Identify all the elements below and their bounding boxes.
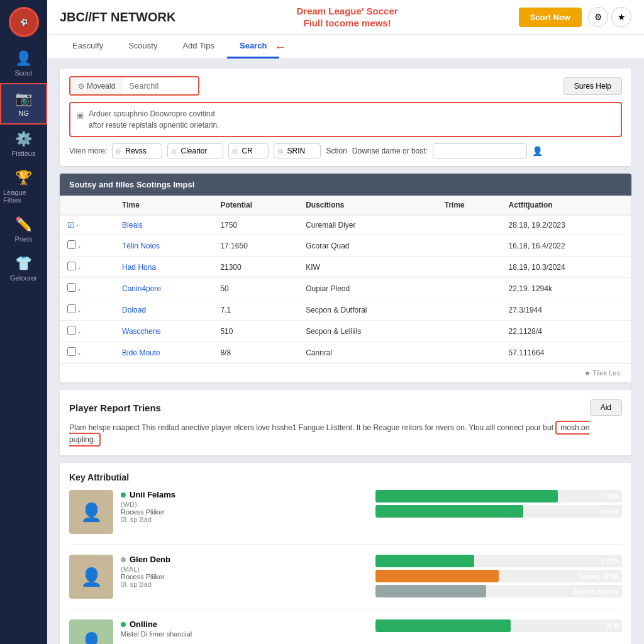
tab-search[interactable]: Search (227, 35, 279, 58)
player-report-header: Player Report Triens Aid (69, 399, 622, 416)
row-name-link[interactable]: Canin4pore (122, 284, 161, 293)
aid-button[interactable]: Aid (590, 399, 622, 416)
row-name-cell: Canin4pore (114, 278, 213, 299)
row-checkbox-cell: ▪ (60, 299, 114, 321)
player-bars: 0.51%Suveny W3IKSlonce; Noflifly (375, 555, 623, 597)
player-status-dot (121, 557, 126, 562)
table-row: ▪ Télin Noios 17:1650 Gcorar Quad 16,18,… (60, 235, 631, 257)
player-extra: 0l. sp Bad (121, 516, 368, 523)
col-checkbox (60, 196, 114, 215)
star-icon-button[interactable]: ★ (611, 7, 631, 27)
progress-bar-wrap: Slonce; Noflifly (375, 585, 623, 597)
content-area: ⊙ Moveald Sures Help ▣ Arduer spsuphnio … (47, 59, 644, 644)
row-trime-cell (437, 215, 501, 235)
filter-label: Moveald (87, 82, 115, 91)
col-actfitjuation: Actfitjuation (501, 196, 631, 215)
filter-revss-select[interactable]: Revss (112, 143, 162, 158)
row-checkbox[interactable] (67, 326, 76, 335)
scouting-table-header: Soutsy and filles Scotings Impsl (60, 174, 631, 196)
row-name-link[interactable]: Wascchens (122, 327, 161, 336)
col-duscitions: Duscitions (298, 196, 437, 215)
filter-cr-select[interactable]: CR (228, 143, 269, 158)
row-checkbox[interactable] (67, 262, 76, 270)
sidebar-item-scout[interactable]: 👤Scout (0, 44, 47, 83)
row-checkbox-cell: ▪ (60, 342, 114, 364)
progress-bar-fill (375, 585, 487, 597)
row-name-link[interactable]: Télin Noios (122, 242, 160, 250)
player-name: Glen Denb (130, 555, 170, 564)
row-trime-cell (437, 342, 501, 364)
progress-bar-fill (375, 570, 499, 582)
promo-line2: Fiull tocome mews! (297, 17, 398, 30)
header-title: JBC//FT NETWORK (60, 10, 175, 25)
row-name-link[interactable]: Doload (122, 306, 146, 314)
player-report-title: Player Report Triens (69, 402, 161, 413)
promo-block: Dream League' Soccer Fiull tocome mews! (297, 5, 398, 30)
row-trime-cell (437, 321, 501, 342)
player-name-row: Onlline (121, 619, 368, 629)
description-line2: aftor resute repistals opnentic orietari… (89, 119, 219, 131)
row-name-link[interactable]: Had Hona (122, 263, 156, 272)
sidebar-item-getourer[interactable]: 👕Getourer (0, 249, 47, 288)
search-input-group: ⊙ Moveald (69, 76, 199, 96)
row-duscitions-cell: Curemall Diyer (298, 215, 437, 235)
table-row: ▪ Had Hona 21300 KIW 18,19, 10.3/2024 (60, 257, 631, 278)
row-name-cell: Bleals (114, 215, 213, 235)
search-input[interactable] (123, 77, 198, 94)
row-small-icon: ▪ (78, 286, 80, 293)
tab-add-tips[interactable]: Add Tips (170, 35, 227, 58)
row-checkbox[interactable] (67, 240, 76, 249)
player-extra: 0l. sp Bad (121, 580, 368, 588)
row-small-icon: ▪ (78, 265, 80, 272)
search-filter-button[interactable]: ⊙ Moveald (70, 77, 123, 94)
league-filties-icon: 🏆 (15, 170, 32, 186)
filter-srin-wrap: SRIN (274, 143, 321, 158)
table-row: ▪ Bide Moute 8/8 Cannral 57.111664 (60, 342, 631, 364)
search-row: ⊙ Moveald Sures Help (69, 76, 622, 96)
row-name-link[interactable]: Bide Moute (122, 348, 160, 357)
sidebar-item-fistious[interactable]: ⚙️Fistious (0, 125, 47, 164)
tab-easculfy[interactable]: Easculfy (60, 35, 116, 58)
progress-bar-fill (375, 490, 558, 502)
player-avatar: 👤 (69, 490, 113, 534)
progress-bar-label: 7.42% (601, 493, 619, 500)
ng-label: NG (18, 109, 29, 117)
row-checkbox[interactable] (67, 304, 76, 313)
row-name-cell: Doload (114, 299, 213, 321)
player-card: 👤 Onlline Mistel Di fimer shancial N-M (69, 619, 622, 644)
row-checkbox[interactable] (67, 347, 76, 356)
filter-revss-wrap: Revss (112, 143, 162, 158)
player-card: 👤 Unii Felams (WD) Rocess Pliiker 0l. sp… (69, 490, 622, 545)
row-potential-cell: 1750 (213, 215, 298, 235)
filter-clearior-select[interactable]: Clearior (167, 143, 223, 158)
col-trime: Trime (437, 196, 501, 215)
table-footer: ★ Tilek Les. (60, 364, 631, 382)
scouting-table: Time Potential Duscitions Trime Actfitju… (60, 196, 631, 364)
row-trime-cell (437, 235, 501, 257)
downse-input[interactable] (433, 143, 527, 158)
promo-line1: Dream League' Soccer (297, 5, 398, 18)
league-filties-label: League Filties (3, 189, 44, 204)
settings-icon-button[interactable]: ⚙ (588, 7, 608, 27)
person-icon[interactable]: 👤 (532, 146, 543, 156)
row-duscitions-cell: KIW (298, 257, 437, 278)
row-checkbox-cell: ▪ (60, 235, 114, 257)
row-checked-icon: ☑ (67, 221, 74, 230)
player-name: Unii Felams (130, 490, 175, 499)
table-row: ▪ Doload 7.1 Secpon & Dutforal 27.3/1944 (60, 299, 631, 321)
row-checkbox-cell: ▪ (60, 278, 114, 299)
score-now-button[interactable]: Scort Now (519, 8, 582, 27)
main-content: JBC//FT NETWORK Dream League' Soccer Fiu… (47, 0, 644, 644)
row-checkbox[interactable] (67, 283, 76, 292)
sidebar-item-league-filties[interactable]: 🏆League Filties (0, 164, 47, 210)
row-name-link[interactable]: Bleals (122, 221, 143, 230)
sidebar-item-priets[interactable]: ✏️Priets (0, 210, 47, 249)
sidebar-item-ng[interactable]: 📷NG (0, 83, 47, 125)
player-name-row: Unii Felams (121, 490, 368, 499)
filter-srin-select[interactable]: SRIN (274, 143, 321, 158)
progress-bar-fill (375, 619, 511, 632)
row-actfit-cell: 22,19. 1294k (501, 278, 631, 299)
sures-help-button[interactable]: Sures Help (564, 77, 622, 95)
getourer-icon: 👕 (15, 255, 32, 272)
tab-scousty[interactable]: Scousty (116, 35, 170, 58)
